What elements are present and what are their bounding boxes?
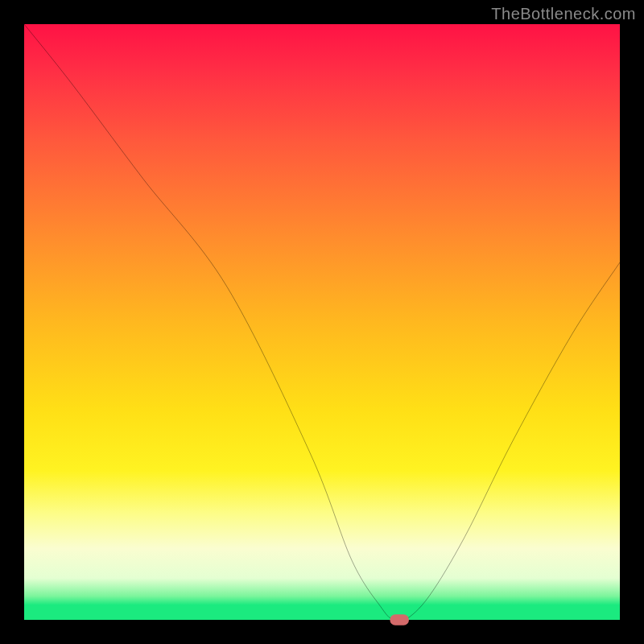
optimal-marker xyxy=(390,614,409,625)
chart-frame: TheBottleneck.com xyxy=(0,0,644,644)
watermark-label: TheBottleneck.com xyxy=(491,5,636,23)
plot-area xyxy=(24,24,620,620)
bottleneck-curve xyxy=(24,24,620,622)
curve-layer xyxy=(24,24,620,620)
